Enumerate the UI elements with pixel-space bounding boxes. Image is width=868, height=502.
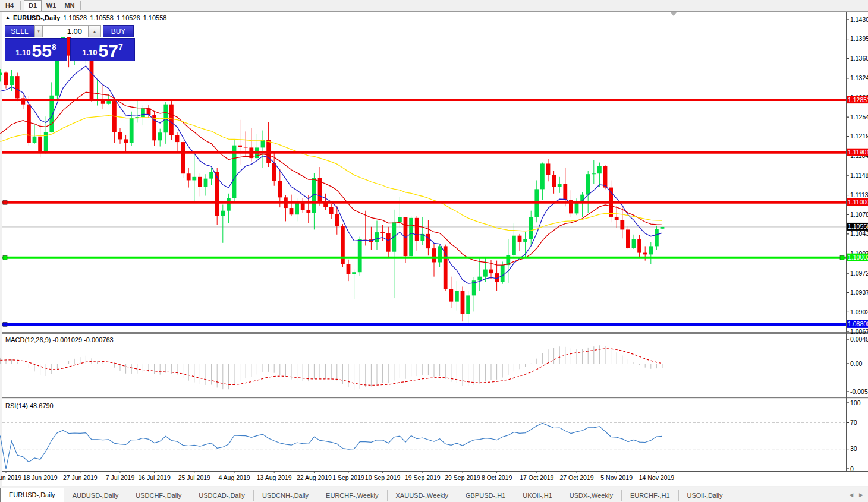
- timeframe-button-mn[interactable]: MN: [61, 0, 78, 11]
- candle-body: [449, 289, 453, 301]
- pane-splitter[interactable]: [2, 397, 868, 399]
- candle-body: [0, 73, 2, 75]
- svg-text:1.12540: 1.12540: [850, 113, 868, 121]
- line-handle[interactable]: [3, 200, 7, 204]
- svg-text:0.00: 0.00: [850, 360, 863, 367]
- candle-body: [558, 184, 562, 187]
- svg-text:1.10558: 1.10558: [848, 223, 868, 230]
- candle-body: [483, 270, 488, 277]
- candle-body: [444, 246, 448, 289]
- price-chart-canvas[interactable]: 1.143001.139501.136001.132401.128901.125…: [0, 0, 868, 502]
- candle-body: [238, 146, 242, 147]
- chart-title: ▲ EURUSD-,Daily 1.10528 1.10558 1.10526 …: [5, 14, 166, 21]
- candle-body: [10, 76, 14, 85]
- buy-price-main: 57: [99, 43, 118, 59]
- timeframe-button-d1[interactable]: D1: [24, 0, 42, 11]
- candle-body: [15, 76, 20, 98]
- candle-body: [221, 211, 225, 216]
- candle-body: [290, 208, 294, 214]
- tab-usdcad-daily[interactable]: USDCAD-,Daily: [190, 490, 254, 501]
- candle-body: [375, 232, 379, 242]
- tab-scroll-left-icon[interactable]: ◀: [849, 492, 853, 498]
- tab-eurchf-h1[interactable]: EURCHF-,H1: [622, 490, 679, 501]
- candle-body: [204, 179, 208, 187]
- date-label: 4 Aug 2019: [218, 474, 250, 481]
- candle-body: [158, 132, 162, 140]
- candle-body: [295, 203, 299, 215]
- tab-audusd-daily[interactable]: AUDUSD-,Daily: [64, 490, 128, 501]
- tab-scroll-right-icon[interactable]: ▶: [859, 492, 863, 498]
- line-handle[interactable]: [3, 322, 7, 326]
- svg-text:100: 100: [850, 399, 861, 406]
- candle-body: [575, 203, 579, 214]
- candle-body: [380, 232, 385, 233]
- candle-body: [620, 220, 624, 230]
- candle-body: [27, 105, 31, 143]
- volume-decrease-button[interactable]: ▼: [34, 25, 43, 37]
- candle-body: [632, 239, 636, 248]
- candle-body: [272, 163, 276, 181]
- candle-body: [130, 118, 134, 143]
- candle-body: [301, 203, 305, 210]
- candle-body: [649, 246, 653, 254]
- date-label: 27 Jun 2019: [63, 474, 98, 481]
- date-label: 1 Sep 2019: [332, 474, 364, 481]
- line-handle[interactable]: [840, 255, 844, 260]
- svg-text:0: 0: [850, 465, 854, 472]
- tab-eurusd-daily[interactable]: EURUSD-,Daily: [0, 488, 64, 502]
- tab-usdx-weekly[interactable]: USDX-,Weekly: [561, 490, 622, 501]
- candle-body: [227, 198, 231, 210]
- candle-body: [215, 172, 219, 216]
- svg-text:1.09370: 1.09370: [850, 289, 868, 296]
- tab-usoil-daily[interactable]: USOil-,Daily: [679, 490, 732, 501]
- candle-body: [363, 239, 367, 239]
- macd-value-2: -0.000763: [84, 336, 114, 343]
- macd-label: MACD(12,26,9) -0.001029 -0.000763: [5, 336, 114, 343]
- svg-text:-0.005205: -0.005205: [850, 388, 868, 395]
- sell-price-main: 55: [32, 43, 52, 59]
- buy-price-pip: 7: [118, 42, 123, 52]
- tab-gbpusd-h1[interactable]: GBPUSD-,H1: [457, 490, 514, 501]
- date-label: 7 Jul 2019: [106, 474, 135, 481]
- sell-button[interactable]: SELL: [5, 25, 34, 37]
- line-handle[interactable]: [3, 255, 7, 260]
- pane-splitter[interactable]: [2, 332, 868, 334]
- volume-increase-button[interactable]: ▲: [88, 25, 101, 37]
- candle-body: [118, 132, 122, 139]
- candle-body: [523, 239, 527, 242]
- candle-body: [637, 239, 641, 252]
- candle-body: [409, 218, 413, 256]
- tab-usdchf-daily[interactable]: USDCHF-,Daily: [127, 490, 190, 501]
- candle-body: [518, 236, 522, 242]
- tab-usdcnh-daily[interactable]: USDCNH-,Daily: [254, 490, 317, 501]
- buy-button[interactable]: BUY: [103, 25, 134, 37]
- volume-input[interactable]: [43, 25, 88, 37]
- tab-ukoil-h1[interactable]: UKOil-,H1: [514, 490, 561, 501]
- candle-body: [552, 175, 556, 187]
- tab-xauusd-weekly[interactable]: XAUUSD-,Weekly: [388, 490, 457, 501]
- sell-price-panel[interactable]: 1.10 55 8: [5, 38, 67, 61]
- candle-body: [615, 217, 619, 220]
- candle-body: [529, 217, 533, 239]
- date-label: 8 Oct 2019: [482, 474, 512, 481]
- timeframe-button-h4[interactable]: H4: [1, 0, 18, 11]
- buy-price-panel[interactable]: 1.10 57 7: [70, 38, 135, 61]
- date-label: 22 Aug 2019: [297, 474, 332, 481]
- buy-price-prefix: 1.10: [82, 48, 97, 57]
- candle-body: [466, 295, 470, 314]
- candle-body: [477, 277, 482, 281]
- tab-eurchf-weekly[interactable]: EURCHF-,Weekly: [317, 490, 387, 501]
- timeframe-button-w1[interactable]: W1: [42, 0, 60, 11]
- candle-body: [38, 137, 42, 151]
- sell-price-pip: 8: [52, 42, 56, 52]
- candle-body: [187, 173, 191, 180]
- tab-scroll-arrows: ◀ ▶: [849, 487, 868, 502]
- collapse-arrow-icon[interactable]: ▲: [5, 15, 10, 20]
- price-tag: 1.12851: [847, 96, 868, 103]
- date-label: 19 Sep 2019: [405, 474, 441, 481]
- candle-body: [352, 272, 356, 274]
- price-tag: 1.10558: [847, 223, 868, 231]
- hline-1.08800[interactable]: [2, 322, 846, 326]
- price-tag: 1.08800: [847, 320, 868, 328]
- date-label: 14 Nov 2019: [639, 474, 675, 481]
